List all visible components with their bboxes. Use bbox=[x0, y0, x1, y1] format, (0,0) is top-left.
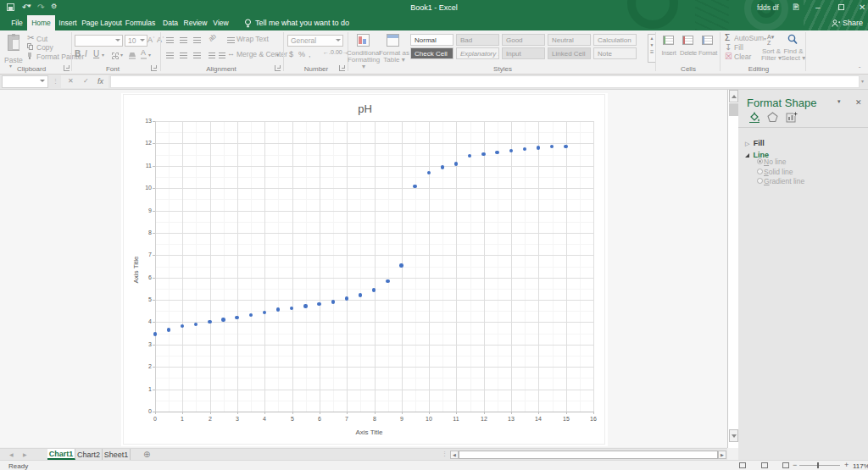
effects-pentagon-icon[interactable] bbox=[767, 112, 778, 123]
name-box-dropdown-icon[interactable] bbox=[40, 80, 45, 85]
cut-label[interactable]: Cut bbox=[36, 35, 47, 43]
chart-options-icon[interactable] bbox=[786, 112, 798, 123]
cell-style-good[interactable]: Good bbox=[502, 34, 545, 46]
data-point[interactable] bbox=[454, 162, 458, 165]
increase-font-icon[interactable]: Aʾ bbox=[147, 36, 155, 44]
data-point[interactable] bbox=[249, 313, 253, 317]
merge-center-label[interactable]: Merge & Center bbox=[236, 50, 287, 58]
sheet-tab-chart1[interactable]: Chart1 bbox=[47, 449, 75, 460]
font-color-dropdown-icon[interactable]: ▾ bbox=[148, 52, 151, 58]
horizontal-scrollbar[interactable]: ◀ ▶ bbox=[450, 451, 726, 459]
zoom-slider-thumb[interactable] bbox=[817, 462, 819, 468]
chart-title[interactable]: pH bbox=[348, 102, 382, 115]
enter-icon[interactable]: ✓ bbox=[83, 77, 89, 85]
align-bottom-icon[interactable] bbox=[193, 37, 201, 43]
close-icon[interactable]: ✕ bbox=[859, 3, 865, 12]
ribbon-tab-file[interactable]: File bbox=[7, 15, 27, 30]
find-select-icon[interactable] bbox=[787, 34, 798, 45]
cell-style-linked-cell[interactable]: Linked Cell bbox=[548, 47, 591, 59]
fill-bucket-icon[interactable] bbox=[748, 112, 760, 123]
name-box[interactable] bbox=[2, 75, 48, 88]
increase-indent-icon[interactable] bbox=[219, 53, 225, 58]
copy-label[interactable]: Copy bbox=[36, 43, 53, 52]
conditional-formatting-label[interactable]: Conditional Formatting ▾ bbox=[346, 50, 381, 70]
new-sheet-icon[interactable]: ⊕ bbox=[143, 450, 150, 459]
wrap-text-icon[interactable] bbox=[227, 37, 235, 43]
font-size-combo[interactable]: 10 bbox=[125, 35, 147, 47]
radio-solid-line[interactable] bbox=[757, 169, 763, 174]
number-dialog-launcher[interactable] bbox=[339, 65, 345, 71]
number-format-combo[interactable]: General bbox=[287, 35, 343, 47]
minimize-icon[interactable]: – bbox=[815, 3, 821, 12]
scroll-left-icon[interactable]: ◀ bbox=[450, 451, 459, 459]
data-point[interactable] bbox=[427, 171, 431, 174]
accounting-format-icon[interactable]: $ bbox=[289, 50, 293, 58]
cell-style-neutral[interactable]: Neutral bbox=[548, 34, 591, 46]
zoom-slider[interactable] bbox=[799, 465, 840, 466]
chart[interactable]: pH Axis Title Axis Title 012345678910111… bbox=[121, 93, 608, 446]
data-point[interactable] bbox=[221, 318, 225, 321]
decrease-indent-icon[interactable] bbox=[209, 53, 215, 58]
data-point[interactable] bbox=[564, 145, 567, 148]
merge-center-icon[interactable]: ↔ bbox=[227, 49, 235, 58]
insert-cells-icon[interactable] bbox=[663, 36, 674, 45]
alignment-dialog-launcher[interactable] bbox=[275, 65, 281, 71]
scroll-right-icon[interactable]: ▶ bbox=[718, 451, 726, 459]
align-left-icon[interactable] bbox=[166, 53, 174, 58]
zoom-in-icon[interactable]: + bbox=[844, 461, 849, 469]
cell-style-input[interactable]: Input bbox=[502, 47, 545, 59]
data-point[interactable] bbox=[413, 185, 416, 188]
fill-label[interactable]: Fill bbox=[734, 43, 743, 52]
cell-style-calculation[interactable]: Calculation bbox=[593, 34, 637, 46]
formula-input[interactable] bbox=[110, 75, 860, 88]
sheet-prev-icon[interactable]: ◀ bbox=[9, 451, 14, 457]
cell-style-bad[interactable]: Bad bbox=[456, 34, 499, 46]
sheet-tab-sheet1[interactable]: Sheet1 bbox=[103, 449, 131, 460]
sort-filter-icon[interactable]: A▾Z bbox=[767, 34, 782, 46]
zoom-out-icon[interactable]: − bbox=[793, 461, 797, 469]
scroll-down-icon[interactable] bbox=[729, 429, 738, 442]
fill-color-icon[interactable] bbox=[129, 53, 136, 57]
format-cells-label[interactable]: Format bbox=[696, 49, 720, 57]
data-point[interactable] bbox=[235, 316, 238, 319]
find-select-label[interactable]: Find &Select ▾ bbox=[781, 48, 806, 62]
delete-cells-icon[interactable] bbox=[682, 36, 693, 45]
format-painter-icon[interactable] bbox=[28, 53, 31, 57]
vertical-scroll-thumb[interactable] bbox=[729, 103, 738, 116]
merge-dropdown-icon[interactable]: ▾ bbox=[276, 52, 279, 58]
cell-style-explanatory-[interactable]: Explanatory ... bbox=[456, 47, 499, 59]
autosum-label[interactable]: AutoSum bbox=[734, 34, 764, 42]
paste-label[interactable]: Paste bbox=[4, 56, 23, 64]
format-cells-icon[interactable] bbox=[702, 36, 713, 45]
radio-gradient-line[interactable] bbox=[757, 178, 763, 184]
ribbon-tab-view[interactable]: View bbox=[208, 15, 234, 30]
radio-no-line[interactable] bbox=[757, 158, 763, 164]
data-point[interactable] bbox=[153, 332, 157, 335]
sheet-tab-chart2[interactable]: Chart2 bbox=[75, 449, 103, 460]
tab-splitter[interactable]: ⋮ bbox=[442, 451, 448, 457]
cell-style-note[interactable]: Note bbox=[593, 47, 637, 59]
insert-function-icon[interactable]: fx bbox=[97, 77, 103, 86]
sort-filter-label[interactable]: Sort &Filter ▾ bbox=[760, 48, 783, 62]
underline-icon[interactable]: U bbox=[93, 49, 99, 58]
data-point[interactable] bbox=[276, 307, 280, 311]
cut-icon[interactable]: ✂ bbox=[27, 33, 34, 42]
align-middle-icon[interactable] bbox=[180, 37, 187, 43]
bold-icon[interactable]: B bbox=[75, 49, 81, 58]
option-gradient-line[interactable]: Gradient line bbox=[764, 177, 804, 185]
share-button[interactable]: Share bbox=[832, 15, 863, 30]
format-as-table-label[interactable]: Format as Table ▾ bbox=[378, 50, 410, 64]
comma-icon[interactable]: , bbox=[309, 50, 311, 58]
font-name-combo[interactable] bbox=[75, 35, 123, 47]
align-center-icon[interactable] bbox=[180, 53, 187, 58]
data-point[interactable] bbox=[386, 279, 389, 283]
formula-bar-expand-icon[interactable]: ▾ bbox=[861, 78, 864, 84]
italic-icon[interactable]: I bbox=[85, 49, 87, 58]
data-point[interactable] bbox=[399, 263, 403, 267]
data-point[interactable] bbox=[317, 302, 320, 306]
data-point[interactable] bbox=[441, 165, 444, 169]
data-point[interactable] bbox=[208, 320, 211, 323]
ribbon-tab-formulas[interactable]: Formulas bbox=[123, 15, 158, 30]
cell-style-normal[interactable]: Normal bbox=[410, 34, 453, 46]
font-dialog-launcher[interactable] bbox=[151, 65, 157, 71]
